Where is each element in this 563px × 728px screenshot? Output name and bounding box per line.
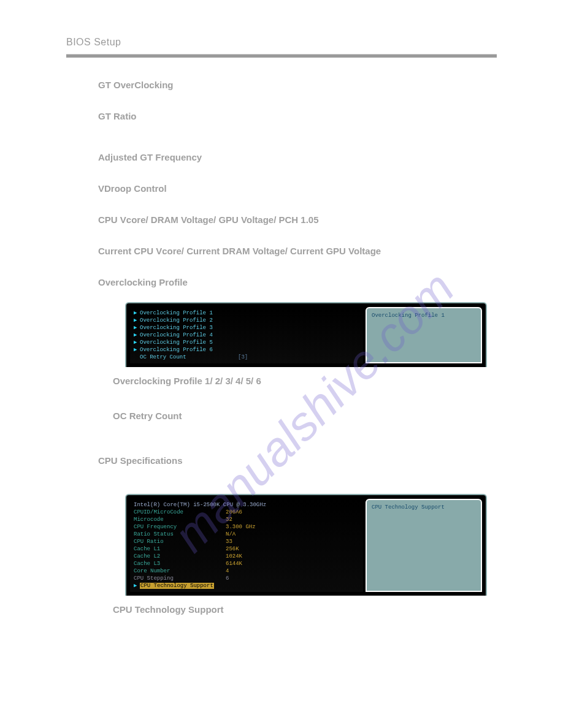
bios-left-panel: ▶Overclocking Profile 1 ▶Overclocking Pr… <box>130 307 363 363</box>
page-content: GT OverClocking GT Ratio Adjusted GT Fre… <box>98 74 491 639</box>
bios-info-row: Ratio StatusN/A <box>134 531 359 538</box>
bios-info-row: CPU Ratio33 <box>134 538 359 545</box>
bios-info-row: CPU Stepping6 <box>134 575 359 582</box>
heading-adjusted-gt-freq: Adjusted GT Frequency <box>98 152 491 162</box>
bios-menu-item: ▶Overclocking Profile 5 <box>134 339 359 346</box>
heading-oc-profile: Overclocking Profile <box>98 277 491 287</box>
heading-oc-profile-n: Overclocking Profile 1/ 2/ 3/ 4/ 5/ 6 <box>113 376 491 386</box>
bios-menu-item: ▶CPU Technology Support <box>134 582 359 590</box>
heading-cpu-spec: CPU Specifications <box>98 455 491 466</box>
bios-menu-item: ▶Overclocking Profile 2 <box>134 317 359 324</box>
cpu-spec-bios-screenshot: Intel(R) Core(TM) i5-2500K CPU @ 3.30GHz… <box>125 494 487 596</box>
bios-info-row: Cache L36144K <box>134 560 359 567</box>
bios-menu-item: ▶Overclocking Profile 4 <box>134 332 359 339</box>
bios-menu-item: OC Retry Count[3] <box>134 354 359 361</box>
heading-oc-retry: OC Retry Count <box>113 411 491 421</box>
bios-info-row: Cache L1256K <box>134 545 359 553</box>
page-title: BIOS Setup <box>66 37 121 48</box>
bios-info-row: Cache L21024K <box>134 553 359 560</box>
header-divider <box>66 54 497 58</box>
bios-menu-item: ▶Overclocking Profile 1 <box>134 309 359 317</box>
bios-info-row: CPUID/MicroCode206A6 <box>134 509 359 516</box>
bios-menu-item: ▶Overclocking Profile 6 <box>134 346 359 354</box>
bios-info-row: Microcode32 <box>134 516 359 523</box>
heading-gt-overclocking: GT OverClocking <box>98 80 491 90</box>
bios-menu-item: ▶Overclocking Profile 3 <box>134 324 359 332</box>
heading-vdroop: VDroop Control <box>98 183 491 194</box>
bios-help-panel: Overclocking Profile 1 <box>366 307 482 363</box>
heading-current-voltage: Current CPU Vcore/ Current DRAM Voltage/… <box>98 246 491 256</box>
oc-profile-bios-screenshot: ▶Overclocking Profile 1 ▶Overclocking Pr… <box>125 302 487 367</box>
bios-help-text: CPU Technology Support <box>372 504 445 510</box>
heading-cpu-voltage: CPU Vcore/ DRAM Voltage/ GPU Voltage/ PC… <box>98 214 491 225</box>
heading-gt-ratio: GT Ratio <box>98 111 491 121</box>
bios-left-panel: Intel(R) Core(TM) i5-2500K CPU @ 3.30GHz… <box>130 499 363 592</box>
bios-help-text: Overclocking Profile 1 <box>372 313 445 319</box>
bios-info-row: CPU Frequency3.300 GHz <box>134 523 359 531</box>
bios-cpu-title: Intel(R) Core(TM) i5-2500K CPU @ 3.30GHz <box>134 501 359 509</box>
bios-help-panel: CPU Technology Support <box>366 499 482 592</box>
bios-info-row: Core Number4 <box>134 567 359 575</box>
heading-cpu-tech: CPU Technology Support <box>113 604 491 615</box>
